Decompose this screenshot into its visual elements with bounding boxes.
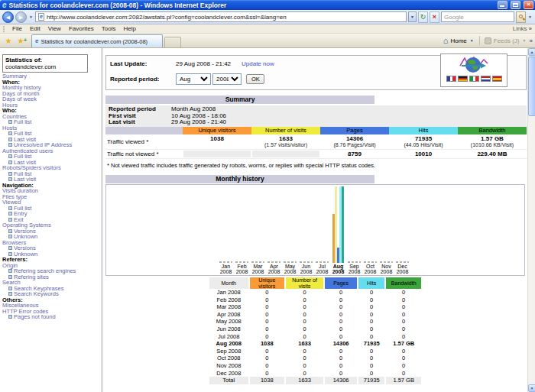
table-cell: 1633 <box>286 340 323 348</box>
table-cell: Total <box>209 377 248 384</box>
zero-bar-dash <box>284 261 297 263</box>
favorites-button[interactable]: ★ <box>2 35 15 47</box>
zero-bar-dash <box>268 261 280 263</box>
cell-value: 1633 <box>251 135 320 142</box>
year-select[interactable]: 2008 <box>212 73 242 85</box>
search-options-dropdown[interactable]: ▼ <box>527 15 533 19</box>
zero-bar-dash <box>364 261 377 263</box>
table-cell: Apr 2008 <box>209 311 248 319</box>
address-dropdown[interactable]: ▼ <box>408 11 417 22</box>
table-cell: 0 <box>250 303 284 311</box>
table-cell: 0 <box>325 370 357 377</box>
scroll-up-button[interactable]: ▲ <box>528 48 535 56</box>
table-cell: 0 <box>286 289 323 296</box>
feeds-button[interactable]: Feeds (J) <box>494 37 520 44</box>
table-cell: 0 <box>358 296 384 304</box>
scrollbar-thumb[interactable] <box>528 57 535 116</box>
flag-nl-icon[interactable] <box>481 76 491 82</box>
flag-es-icon[interactable] <box>492 76 502 82</box>
tab-statistics[interactable]: e Statistics for coolandclever.com (2008… <box>31 34 163 47</box>
table-cell: Feb 2008 <box>209 296 248 304</box>
home-button[interactable]: Home <box>450 37 466 44</box>
menu-help[interactable]: Help <box>119 25 139 32</box>
toolbar-grip <box>3 26 5 32</box>
sidebar-subitem-pages-not-found[interactable]: Pages not found <box>2 314 102 320</box>
list-bullet-icon <box>8 229 12 233</box>
flag-it-icon[interactable] <box>469 76 479 82</box>
table-cell: 0 <box>386 311 421 319</box>
feeds-dropdown[interactable]: ▼ <box>522 38 527 43</box>
search-button[interactable] <box>516 11 526 23</box>
chart-slot-aug-2008: Aug2008 <box>330 185 346 275</box>
tab-bar: ★ ★+ e Statistics for coolandclever.com … <box>0 34 535 48</box>
ok-button[interactable]: OK <box>246 74 264 84</box>
back-button[interactable]: ◀ <box>2 11 14 23</box>
history-dropdown[interactable]: ▼ <box>28 15 34 19</box>
table-cell: 0 <box>386 370 421 377</box>
menu-favorites[interactable]: Favorites <box>65 25 98 32</box>
cell-ratio: (44.05 Hits/Visit) <box>389 142 458 148</box>
menu-file[interactable]: File <box>8 25 26 32</box>
menu-tools[interactable]: Tools <box>98 25 120 32</box>
x-axis-label-year: 2008 <box>250 269 266 274</box>
menu-edit[interactable]: Edit <box>26 25 44 32</box>
home-dropdown[interactable]: ▼ <box>469 38 475 43</box>
list-bullet-icon <box>8 235 12 238</box>
vertical-scrollbar[interactable]: ▲ ▼ <box>527 48 535 392</box>
sidebar-item-hours[interactable]: Hours <box>2 102 102 109</box>
stop-button[interactable]: × <box>430 11 439 23</box>
ie-logo-icon: e <box>2 2 7 9</box>
flag-de-icon[interactable] <box>458 76 468 82</box>
close-button[interactable]: × <box>524 1 533 9</box>
table-cell: 0 <box>358 311 384 319</box>
title-bar: e Statistics for coolandclever.com (2008… <box>0 0 535 10</box>
commands-chevron-icon: » <box>530 37 533 44</box>
forward-button[interactable]: ▶ <box>15 11 27 23</box>
add-favorite-button[interactable]: ★+ <box>15 35 27 47</box>
star-icon: ★ <box>5 37 12 45</box>
statistics-of-box: Statistics of: coolandclever.com <box>2 54 88 73</box>
column-header-unique-visitors: Unique visitors <box>183 127 251 134</box>
table-cell: 0 <box>386 289 421 296</box>
scroll-down-button[interactable]: ▼ <box>528 384 535 392</box>
table-cell: 0 <box>358 326 384 333</box>
address-input[interactable]: e http://www.coolandclever.com:2082/awst… <box>35 11 407 22</box>
x-axis-label-year: 2008 <box>314 269 330 274</box>
row-label: Traffic not viewed * <box>105 150 183 158</box>
cell-value: 14306 <box>320 135 389 142</box>
flag-fr-icon[interactable] <box>446 76 456 82</box>
table-cell: 71935 <box>358 377 384 384</box>
refresh-button[interactable]: ↻ <box>418 11 428 23</box>
list-bullet-icon <box>8 154 12 158</box>
x-axis-label-year: 2008 <box>234 269 250 274</box>
summary-row-traffic-viewed: Traffic viewed *10381633(1.57 visits/vis… <box>105 134 527 150</box>
new-tab-stub[interactable] <box>164 37 181 47</box>
table-row-sep-2008: Sep 200800000 <box>209 348 421 355</box>
maximize-button[interactable] <box>511 1 520 9</box>
summary-section-title: Summary <box>105 96 374 104</box>
table-row-mar-2008: Mar 200800000 <box>209 303 421 311</box>
table-cell: 0 <box>286 296 323 304</box>
table-cell: 0 <box>286 303 323 311</box>
update-now-link[interactable]: Update now <box>242 60 274 67</box>
x-axis-label-year: 2008 <box>218 269 234 274</box>
sidebar-subitem-full-list[interactable]: Full list <box>2 119 102 125</box>
list-bullet-icon <box>8 120 12 124</box>
month-select[interactable]: Aug <box>176 73 211 85</box>
menu-view[interactable]: View <box>44 25 65 32</box>
search-input[interactable]: Google <box>441 11 514 22</box>
chart-slot-sep-2008: Sep2008 <box>346 185 362 275</box>
table-row-jul-2008: Jul 200800000 <box>209 333 421 341</box>
links-label: Links <box>513 25 527 32</box>
minimize-button[interactable] <box>498 1 507 9</box>
table-cell: 1.57 GB <box>386 340 421 348</box>
list-bullet-icon <box>8 315 12 319</box>
x-axis-label-year: 2008 <box>394 269 410 274</box>
table-cell: 0 <box>325 303 357 311</box>
table-cell: Nov 2008 <box>209 362 248 370</box>
x-axis-label-month: Jun <box>298 264 314 269</box>
x-axis-label-year: 2008 <box>378 269 394 274</box>
links-toolbar[interactable]: Links » <box>513 25 532 32</box>
monthly-history-section-title: Monthly history <box>105 175 374 183</box>
chart-slot-mar-2008: Mar2008 <box>250 185 266 275</box>
